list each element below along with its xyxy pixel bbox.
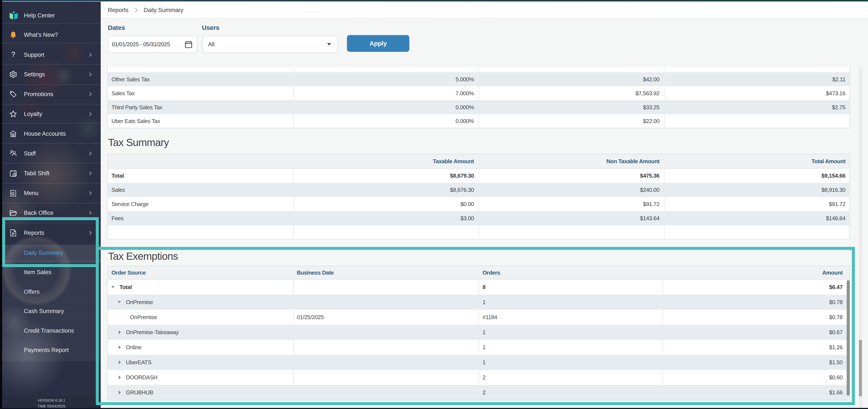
svg-text:?: ?	[11, 51, 15, 59]
svg-text:$: $	[12, 134, 14, 136]
